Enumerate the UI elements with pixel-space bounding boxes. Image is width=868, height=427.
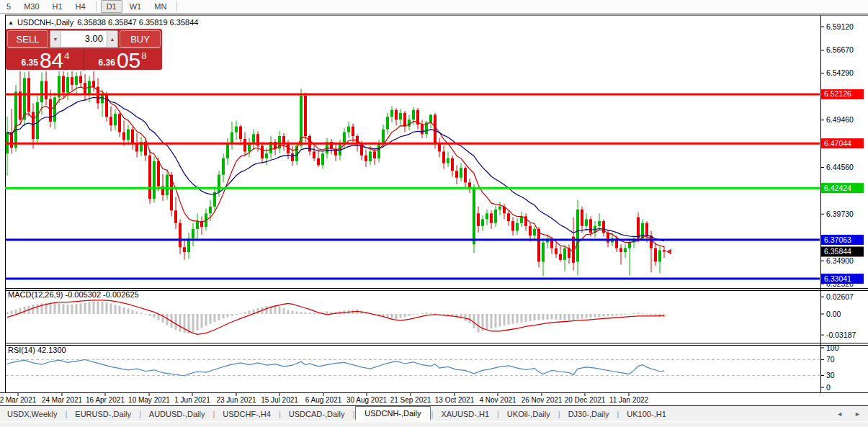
sell-price[interactable]: 6.35 84 4	[7, 48, 84, 71]
macd-histogram-bar	[71, 305, 73, 314]
sell-price-big: 84	[40, 51, 63, 70]
candle-body	[135, 144, 138, 152]
tab-usdx-weekly[interactable]: USDX,Weekly	[0, 408, 64, 421]
sell-price-sup: 4	[64, 50, 69, 61]
tab-xauusd-h1[interactable]: XAUUSD-,H1	[434, 408, 496, 421]
macd-histogram-bar	[465, 314, 467, 321]
date-label: 13 Oct 2021	[435, 396, 475, 404]
candle-body	[555, 248, 558, 254]
candle-body	[313, 151, 316, 158]
candle-body	[287, 144, 290, 153]
macd-tick-label: 0.02607	[826, 292, 854, 301]
tab-scroll-right-icon[interactable]: ►	[854, 410, 861, 418]
tab-separator: |	[212, 410, 215, 418]
tab-eurusd-daily[interactable]: EURUSD-,Daily	[68, 408, 138, 421]
macd-histogram-bar	[11, 310, 13, 314]
tab-separator: |	[617, 410, 619, 418]
tab-usdchf-h4[interactable]: USDCHF-,H4	[215, 408, 278, 421]
chart-symbol-label: USDCNH-,Daily	[17, 18, 73, 27]
level-price-label-text: 6.47044	[824, 139, 851, 148]
date-label: 15 Jul 2021	[261, 396, 298, 404]
macd-histogram-bar	[542, 314, 545, 320]
macd-histogram-bar	[287, 310, 290, 314]
tab-audusd-daily[interactable]: AUDUSD-,Daily	[142, 408, 212, 421]
rsi-tick-label: 100	[826, 343, 839, 352]
price-tick-label: 6.44560	[826, 163, 854, 171]
tab-usdcad-daily[interactable]: USDCAD-,Daily	[282, 408, 352, 421]
rsi-tick-label: 0	[826, 383, 831, 392]
macd-histogram-bar	[473, 314, 475, 328]
tab-uk100-h1[interactable]: UK100-,H1	[619, 408, 673, 421]
macd-histogram-bar	[434, 313, 437, 314]
macd-histogram-bar	[266, 306, 268, 314]
macd-histogram-bar	[292, 310, 294, 314]
candle-body	[498, 207, 501, 210]
macd-histogram-bar	[586, 314, 588, 318]
level-price-label-text: 6.33041	[824, 274, 851, 283]
candle-body	[386, 117, 389, 129]
macd-histogram-bar	[175, 314, 177, 330]
candle-body	[399, 113, 402, 120]
macd-histogram-bar	[568, 314, 571, 320]
candle-body	[127, 130, 130, 140]
macd-histogram-bar	[625, 314, 627, 315]
candle-body	[352, 127, 354, 136]
macd-histogram-bar	[521, 314, 523, 323]
macd-histogram-bar	[236, 314, 238, 315]
volume-field[interactable]: 3.00	[61, 31, 107, 47]
volume-increase-icon[interactable]: ▲	[107, 31, 117, 47]
macd-histogram-bar	[32, 305, 35, 314]
macd-histogram-bar	[478, 314, 480, 333]
macd-histogram-bar	[84, 302, 86, 314]
buy-button[interactable]: BUY	[120, 30, 161, 48]
macd-histogram-bar	[642, 313, 644, 314]
buy-price[interactable]: 6.36 05 8	[84, 48, 161, 71]
candle-body	[382, 130, 385, 144]
macd-histogram-bar	[646, 314, 648, 315]
macd-histogram-bar	[93, 301, 95, 314]
macd-histogram-bar	[577, 314, 579, 319]
candle-body	[261, 145, 264, 158]
macd-histogram-bar	[279, 307, 281, 314]
macd-histogram-bar	[127, 309, 130, 314]
candle-body	[71, 77, 73, 85]
price-tick-label: 6.34900	[826, 256, 854, 265]
candle-body	[304, 96, 307, 136]
candle-body	[321, 153, 324, 165]
tab-dj30-daily[interactable]: DJ30-,Daily	[561, 408, 617, 421]
macd-histogram-bar	[102, 302, 104, 314]
macd-histogram-bar	[603, 314, 605, 317]
candle-body	[654, 248, 657, 262]
volume-decrease-icon[interactable]: ▼	[50, 31, 61, 47]
buy-price-big: 05	[117, 51, 140, 70]
current-price-label-text: 6.35844	[824, 247, 851, 256]
macd-histogram-bar	[516, 314, 519, 323]
macd-histogram-bar	[581, 314, 583, 318]
candle-body	[265, 153, 268, 158]
macd-histogram-bar	[240, 313, 242, 314]
macd-histogram-bar	[404, 314, 406, 317]
candle-body	[23, 78, 26, 120]
macd-histogram-bar	[564, 314, 566, 320]
macd-histogram-bar	[417, 314, 419, 315]
macd-histogram-bar	[205, 314, 207, 325]
collapse-arrow-icon[interactable]: ▲	[8, 19, 14, 26]
candle-body	[408, 120, 411, 126]
macd-histogram-bar	[54, 303, 56, 314]
macd-histogram-bar	[136, 311, 138, 314]
candle-body	[429, 114, 432, 122]
candle-body	[92, 81, 95, 86]
tab-scroll-left-icon[interactable]: ◄	[836, 410, 843, 418]
macd-histogram-bar	[76, 304, 78, 314]
tab-usdcnh-daily[interactable]: USDCNH-,Daily	[355, 406, 430, 421]
macd-histogram-bar	[50, 302, 52, 314]
macd-histogram-bar	[192, 314, 194, 333]
candle-body	[364, 156, 367, 161]
candle-body	[494, 210, 497, 223]
candle-body	[624, 248, 627, 252]
candle-body	[473, 188, 475, 244]
sell-button[interactable]: SELL	[7, 30, 48, 48]
candle-body	[62, 76, 65, 93]
date-label: 6 Aug 2021	[305, 396, 342, 404]
tab-ukoil-daily[interactable]: UKOil-,Daily	[500, 408, 558, 421]
